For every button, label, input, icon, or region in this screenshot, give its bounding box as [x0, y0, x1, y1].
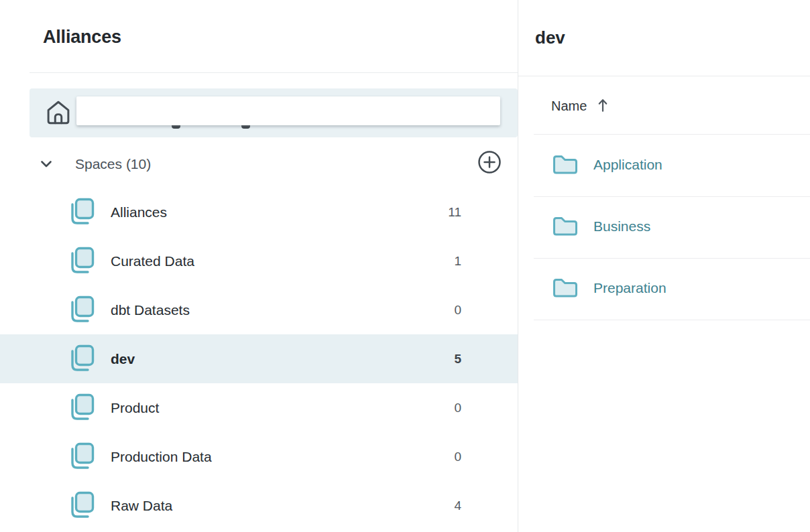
space-count: 11	[448, 188, 461, 237]
space-count: 0	[454, 383, 461, 432]
space-count: 0	[454, 285, 461, 334]
name-header-label: Name	[551, 98, 587, 114]
space-count: 5	[454, 334, 461, 383]
folder-icon	[552, 153, 579, 178]
space-row-dbt-datasets[interactable]: dbt Datasets 0	[0, 285, 518, 334]
space-row-raw-data[interactable]: Raw Data 4	[0, 481, 518, 530]
space-name: Product	[111, 383, 159, 432]
folder-row-preparation[interactable]: Preparation	[518, 258, 810, 320]
name-column-header[interactable]: Name	[551, 94, 609, 118]
folder-link[interactable]: Business	[593, 218, 650, 235]
folder-link[interactable]: Application	[593, 157, 662, 173]
folder-row-business[interactable]: Business	[518, 196, 810, 258]
redaction-overlay	[76, 96, 500, 125]
arrow-up-icon	[597, 97, 609, 116]
folder-icon	[552, 276, 579, 302]
folder-row-application[interactable]: Application	[518, 134, 810, 196]
add-space-button[interactable]	[477, 149, 502, 175]
stacked-squares-icon	[67, 344, 95, 377]
space-name: dbt Datasets	[111, 285, 190, 334]
space-row-production-data[interactable]: Production Data 0	[0, 432, 518, 481]
sidebar-title: Alliances	[43, 27, 121, 48]
space-row-dev[interactable]: dev 5	[0, 334, 518, 383]
chevron-down-icon[interactable]	[38, 155, 55, 173]
spaces-section-header: Spaces (10)	[0, 149, 518, 181]
space-name: dev	[111, 334, 135, 383]
space-name: Alliances	[111, 188, 167, 237]
space-count: 1	[454, 237, 461, 285]
stacked-squares-icon	[67, 295, 95, 328]
stacked-squares-icon	[67, 490, 95, 524]
main-panel: dev Name Application Business	[518, 0, 810, 532]
row-divider	[534, 320, 810, 320]
header-divider	[518, 76, 810, 76]
sidebar-panel: Alliances Spaces (10)	[0, 0, 518, 532]
folder-link[interactable]: Preparation	[593, 280, 667, 296]
sidebar-divider	[30, 72, 518, 73]
space-row-alliances[interactable]: Alliances 11	[0, 188, 518, 237]
space-name: Curated Data	[111, 237, 194, 285]
folder-icon	[552, 214, 579, 240]
spaces-list: Alliances 11 Curated Data 1 dbt Datasets	[0, 188, 518, 530]
space-row-product[interactable]: Product 0	[0, 383, 518, 432]
space-name: Raw Data	[111, 481, 172, 530]
home-row[interactable]	[30, 88, 518, 137]
spaces-section-label: Spaces (10)	[75, 153, 151, 175]
space-count: 0	[454, 432, 461, 481]
space-count: 4	[454, 481, 461, 530]
stacked-squares-icon	[67, 393, 95, 426]
stacked-squares-icon	[67, 197, 95, 230]
stacked-squares-icon	[67, 246, 95, 279]
page-title: dev	[535, 27, 565, 48]
space-row-curated-data[interactable]: Curated Data 1	[0, 237, 518, 285]
home-icon	[44, 98, 72, 129]
stacked-squares-icon	[67, 442, 95, 475]
space-name: Production Data	[111, 432, 212, 481]
